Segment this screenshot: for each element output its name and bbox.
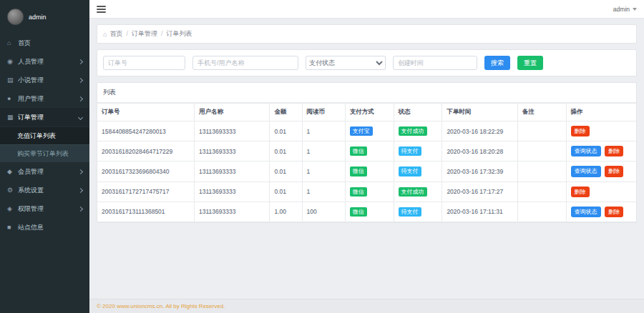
sidebar-item-label: 会员管理 [18,167,44,177]
cell-user-name: 13113693333 [195,162,270,182]
delete-button[interactable]: 删除 [605,207,623,217]
cell-order-no: 200316182028464717229 [97,141,195,162]
avatar [7,9,24,25]
cell-coins: 1 [302,162,345,182]
home-icon: ⌂ [7,39,18,46]
sidebar-item-staff[interactable]: ◉ 人员管理 [0,52,89,71]
subitem-label: 充值订单列表 [17,131,56,141]
filter-bar: 支付状态 搜索 重置 [97,49,637,76]
cell-coins: 1 [302,141,345,162]
chevron-down-icon [633,8,637,11]
table-row: 1584408854247280013 13113693333 0.01 1 支… [97,121,636,141]
cell-remark [517,162,566,182]
reset-button[interactable]: 重置 [517,56,543,70]
sidebar-item-novels[interactable]: ▤ 小说管理 [0,71,89,89]
sidebar-item-permissions[interactable]: ◈ 权限管理 [0,199,89,218]
query-status-button[interactable]: 查询状态 [571,146,601,156]
delete-button[interactable]: 删除 [571,126,590,136]
pay-status-select[interactable]: 支付状态 [306,56,386,70]
chevron-right-icon [78,169,83,174]
table-row: 2003161713111368501 13113693333 1.00 100… [97,202,636,222]
novel-icon: ▤ [7,76,18,84]
sidebar-item-label: 订单管理 [18,113,44,122]
sidebar-item-site-info[interactable]: ■ 站点信息 [0,218,89,237]
table-header-row: 订单号 用户名称 金额 阅读币 支付方式 状态 下单时间 备注 操作 [97,104,636,121]
create-time-input[interactable] [393,56,477,70]
delete-button[interactable]: 删除 [571,187,590,197]
col-amount: 金额 [270,104,302,121]
cell-pay-method: 支付宝 [345,121,394,141]
pay-method-badge: 支付宝 [350,126,373,136]
breadcrumb-home[interactable]: 首页 [109,29,122,39]
sidebar-item-users[interactable]: ● 用户管理 [0,89,89,108]
sidebar-item-home[interactable]: ⌂ 首页 [0,34,89,52]
cell-amount: 0.01 [270,141,302,162]
sidebar-item-members[interactable]: ◆ 会员管理 [0,162,89,181]
panel-title: 列表 [97,83,636,103]
gear-icon: ⚙ [7,187,18,194]
chevron-right-icon [78,206,83,211]
cell-remark [517,141,566,162]
table-row: 20031617172717475717 13113693333 0.01 1 … [97,182,636,202]
staff-icon: ◉ [7,58,18,65]
col-order-time: 下单时间 [442,104,517,121]
user-menu-label: admin [613,6,630,13]
status-badge: 支付成功 [399,126,427,136]
pay-method-badge: 微信 [350,207,367,217]
col-pay-method: 支付方式 [345,104,394,121]
orders-table: 订单号 用户名称 金额 阅读币 支付方式 状态 下单时间 备注 操作 [97,103,636,222]
sidebar-group-orders: ▦ 订单管理 充值订单列表 购买章节订单列表 [0,108,89,162]
cell-pay-method: 微信 [345,141,394,162]
pay-method-badge: 微信 [350,146,367,156]
query-status-button[interactable]: 查询状态 [571,207,601,217]
sidebar-item-label: 系统设置 [18,186,44,195]
breadcrumb: ⌂ 首页 订单管理 订单列表 [97,24,637,44]
home-icon: ⌂ [103,31,107,38]
delete-button[interactable]: 删除 [605,166,623,177]
sidebar-item-label: 小说管理 [18,76,44,85]
status-badge: 待支付 [399,167,421,176]
sidebar-subitem-recharge-orders[interactable]: 充值订单列表 [0,126,89,144]
sidebar-item-label: 用户管理 [18,94,44,104]
cell-status: 待支付 [394,162,442,182]
subitem-label: 购买章节订单列表 [17,149,69,159]
content: ⌂ 首页 订单管理 订单列表 支付状态 搜索 重置 列表 [89,19,644,313]
order-no-input[interactable] [103,56,185,70]
col-user-name: 用户名称 [195,104,270,121]
delete-button[interactable]: 删除 [605,146,623,156]
chevron-down-icon [78,114,83,119]
sidebar-subitem-chapter-orders[interactable]: 购买章节订单列表 [0,144,89,162]
sidebar-username: admin [29,14,47,21]
cell-order-no: 2003161713111368501 [97,202,195,222]
table-row: 200316182028464717229 13113693333 0.01 1… [97,141,636,162]
cell-order-time: 2020-03-16 17:17:27 [442,182,517,202]
orders-submenu: 充值订单列表 购买章节订单列表 [0,126,89,162]
main-area: admin ⌂ 首页 订单管理 订单列表 支付状态 搜索 重置 [89,0,644,313]
chevron-right-icon [78,187,83,192]
cell-actions: 查询状态 删除 [566,202,636,222]
menu-toggle-button[interactable] [97,6,106,13]
user-search-input[interactable] [192,56,298,70]
chevron-right-icon [78,59,83,64]
cell-user-name: 13113693333 [195,182,270,202]
table-row: 20031617323696804340 13113693333 0.01 1 … [97,162,636,182]
cell-remark [517,121,566,141]
breadcrumb-order-management[interactable]: 订单管理 [122,29,157,39]
search-button[interactable]: 搜索 [484,56,510,70]
query-status-button[interactable]: 查询状态 [571,166,601,177]
cell-status: 支付成功 [394,182,442,202]
sidebar-item-settings[interactable]: ⚙ 系统设置 [0,181,89,199]
col-status: 状态 [394,104,442,121]
cell-user-name: 13113693333 [195,141,270,162]
sidebar-item-label: 人员管理 [18,57,44,66]
cell-coins: 1 [302,182,345,202]
cell-order-time: 2020-03-16 17:11:31 [442,202,517,222]
pay-method-badge: 微信 [350,167,367,176]
col-order-no: 订单号 [97,104,195,121]
app-window: admin ⌂ 首页 ◉ 人员管理 ▤ 小说管理 ● 用户管理 [0,0,644,313]
user-menu[interactable]: admin [613,6,637,13]
col-actions: 操作 [566,104,636,121]
sidebar-item-orders[interactable]: ▦ 订单管理 [0,108,89,126]
chevron-right-icon [78,96,83,101]
site-icon: ■ [7,224,18,231]
